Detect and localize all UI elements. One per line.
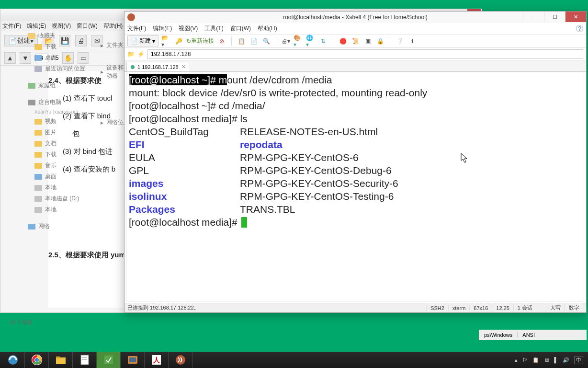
taskbar-ie[interactable]: [1, 352, 25, 368]
menu-help[interactable]: 帮助(H): [258, 24, 277, 33]
taskbar-explorer[interactable]: [49, 352, 73, 368]
menu-edit[interactable]: 编辑(E): [153, 24, 172, 33]
menu-view[interactable]: 视图(V): [179, 24, 198, 33]
ls-row: GPLRPM-GPG-KEY-CentOS-Debug-6: [129, 164, 582, 177]
editor-status-bar: ps\Windows ANSI: [479, 330, 587, 340]
tray-up-icon[interactable]: ▴: [515, 357, 518, 363]
transfer-icon[interactable]: ⇅: [318, 36, 328, 46]
ls-row: isolinuxRPM-GPG-KEY-CentOS-Testing-6: [129, 190, 582, 203]
taskbar-chrome[interactable]: [25, 352, 49, 368]
status-connected: 已连接到 192.168.17.128:22。: [127, 304, 426, 311]
term-line: [root@localhost media]# ls: [129, 112, 582, 125]
svg-rect-5: [56, 357, 66, 364]
color-icon[interactable]: 🎨▾: [294, 36, 303, 46]
paste-icon[interactable]: 📄: [249, 36, 259, 46]
script-icon[interactable]: 📜: [351, 36, 360, 46]
tool-icon[interactable]: 🛑: [338, 36, 348, 46]
status-sessions: 1 会话: [513, 304, 536, 311]
status-size: 67x16: [469, 305, 492, 311]
ls-row: EULARPM-GPG-KEY-CentOS-6: [129, 151, 582, 164]
status-term: xterm: [448, 305, 470, 311]
status-dot-icon: [131, 65, 135, 69]
svg-rect-12: [129, 357, 136, 362]
ls-row: imagesRPM-GPG-KEY-CentOS-Security-6: [129, 177, 582, 190]
term-cmd: ount /dev/cdrom /media: [227, 74, 332, 85]
svg-rect-7: [81, 355, 89, 365]
xshell-address-bar: 📁 ⚡: [124, 48, 586, 60]
taskbar-notepad[interactable]: [73, 352, 97, 368]
host-icon: 📁: [127, 51, 135, 58]
help-icon[interactable]: ❔: [395, 36, 405, 46]
ls-row: EFIrepodata: [129, 138, 582, 151]
maximize-button[interactable]: ☐: [544, 12, 565, 22]
find-icon[interactable]: 🔍: [261, 36, 271, 46]
explorer-item-count: 10 个项目: [10, 319, 33, 326]
tray-flag-icon[interactable]: 🏳: [522, 357, 528, 363]
svg-text:人: 人: [153, 356, 160, 364]
term-output: mount: block device /dev/sr0 is write-pr…: [129, 86, 582, 99]
xshell-toolbar: 📄新建 ▾ 📂▾ 🔑 ↻ 重新连接 ⊘ 📋 📄 🔍 🖨▾ 🎨▾ 🌐▾ ⇅ 🛑 📜…: [124, 34, 586, 48]
print-icon[interactable]: 🖨▾: [281, 36, 291, 46]
status-num: 数字: [565, 304, 583, 311]
ls-row: CentOS_BuildTagRELEASE-NOTES-en-US.html: [129, 125, 582, 138]
status-encoding: ANSI: [517, 332, 540, 338]
lightning-icon: ⚡: [137, 51, 145, 58]
term-prompt: [root@localhost ~]#: [129, 74, 219, 85]
menu-file[interactable]: 文件(F): [2, 22, 21, 30]
term-line: [root@localhost ~]# cd /media/: [129, 99, 582, 112]
session-tab[interactable]: 1 192.168.17.128 ✕: [126, 62, 190, 71]
open-icon[interactable]: 📂▾: [161, 36, 171, 46]
lock-icon[interactable]: 🔒: [375, 36, 385, 46]
taskbar-app-active[interactable]: [97, 352, 121, 368]
globe-icon[interactable]: 🌐▾: [306, 36, 316, 46]
address-input[interactable]: [147, 49, 583, 59]
key-icon[interactable]: 🔑: [174, 36, 183, 46]
menu-tool[interactable]: 工具(T): [204, 24, 223, 33]
help-icon[interactable]: ?: [576, 25, 583, 32]
taskbar-vmware[interactable]: [121, 352, 145, 368]
svg-point-4: [35, 358, 39, 362]
tray-network-icon[interactable]: 🖥: [544, 357, 549, 363]
xshell-tabs: 1 192.168.17.128 ✕: [124, 60, 586, 72]
svg-rect-10: [104, 356, 113, 364]
reconnect-button[interactable]: ↻ 重新连接: [186, 36, 214, 46]
status-pos: 12,25: [492, 305, 513, 311]
svg-point-15: [176, 355, 185, 365]
ls-row: PackagesTRANS.TBL: [129, 203, 582, 216]
xshell-menubar: 文件(F) 编辑(E) 视图(V) 工具(T) 窗口(W) 帮助(H) ?: [124, 23, 586, 34]
new-session-button[interactable]: 📄新建 ▾: [127, 35, 158, 46]
page-up-icon[interactable]: ▲: [4, 52, 16, 64]
xshell-app-icon: [127, 13, 135, 21]
tray-clipboard-icon[interactable]: 📋: [532, 357, 539, 363]
tab-label: 1 192.168.17.128: [137, 64, 179, 70]
disconnect-icon[interactable]: ⊘: [217, 36, 226, 46]
xshell-title-text: root@localhost:/media - Xshell 4 (Free f…: [283, 14, 428, 21]
status-caps: 大写: [546, 304, 565, 311]
xshell-window: root@localhost:/media - Xshell 4 (Free f…: [124, 11, 587, 313]
cursor-icon: [241, 217, 247, 228]
taskbar-xshell[interactable]: [169, 352, 192, 368]
minimize-button[interactable]: ─: [523, 12, 544, 22]
svg-rect-6: [56, 356, 60, 358]
term-prompt: [root@localhost media]#: [129, 217, 240, 228]
tray-ime[interactable]: 中: [574, 356, 583, 364]
status-ssh: SSH2: [426, 305, 448, 311]
close-tab-icon[interactable]: ✕: [181, 64, 186, 70]
close-button[interactable]: ✕: [565, 12, 586, 22]
terminal-pane[interactable]: [root@localhost ~]# mount /dev/cdrom /me…: [126, 72, 584, 302]
menu-window[interactable]: 窗口(W): [230, 24, 251, 33]
status-path: ps\Windows: [479, 332, 517, 338]
taskbar-acrobat[interactable]: 人: [145, 352, 169, 368]
xshell-title-bar[interactable]: root@localhost:/media - Xshell 4 (Free f…: [124, 12, 586, 23]
tray-battery-icon[interactable]: ▌: [554, 357, 558, 363]
taskbar: 人 ▴ 🏳 📋 🖥 ▌ 🔊 中: [0, 352, 588, 368]
copy-icon[interactable]: 📋: [237, 36, 246, 46]
layout-icon[interactable]: ▣: [363, 36, 373, 46]
xshell-status-bar: 已连接到 192.168.17.128:22。 SSH2 xterm 67x16…: [124, 303, 586, 312]
about-icon[interactable]: ℹ: [407, 36, 417, 46]
menu-file[interactable]: 文件(F): [127, 24, 146, 33]
tray-volume-icon[interactable]: 🔊: [563, 357, 569, 363]
